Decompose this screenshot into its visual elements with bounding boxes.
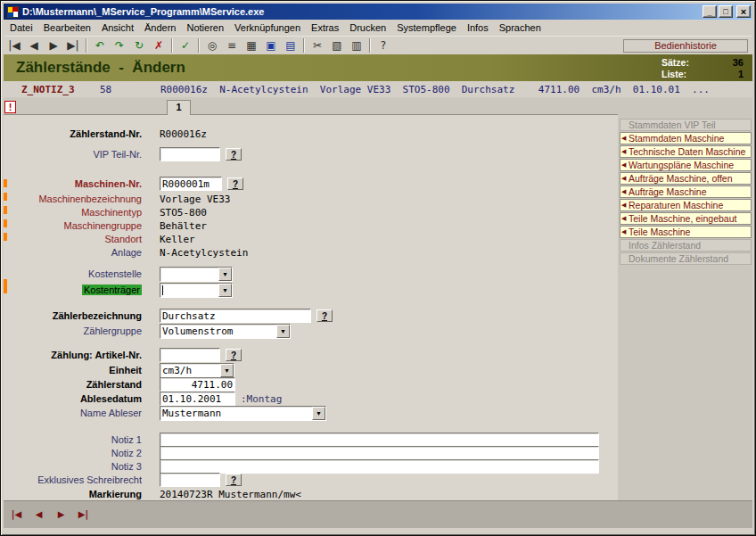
grid-view-button[interactable]: ▦: [242, 37, 261, 54]
field-label: Notiz 3: [4, 461, 142, 472]
notiz3-input[interactable]: [160, 459, 599, 474]
paste-icon: ▥: [351, 39, 361, 52]
sidebar-item-auftraege-maschine-offen[interactable]: ◀ Aufträge Maschine, offen: [620, 172, 752, 185]
bottom-nav-last-button[interactable]: ▶|: [73, 506, 94, 523]
field-label: Anlage: [4, 247, 142, 258]
exklusives-schreibrecht-input[interactable]: [160, 473, 220, 487]
sidebar-item-auftraege-maschine[interactable]: ◀ Aufträge Maschine: [620, 186, 752, 198]
nav-first-button[interactable]: |◀: [4, 37, 24, 54]
field-row-zaehlerstand-nr: Zählerstand-Nr. R000016z: [4, 127, 618, 141]
zaehlergruppe-select[interactable]: Volumenstrom ▼: [160, 324, 291, 339]
list-view-button[interactable]: ≡: [222, 37, 242, 54]
undo-button[interactable]: ↶: [90, 37, 110, 54]
saetze-label: Sätze:: [662, 57, 689, 68]
nav-first-icon: |◀: [8, 39, 20, 52]
form-panel: Zählerstand-Nr. R000016z VIP Teil-Nr. ? …: [4, 114, 618, 500]
scissors-icon: ✂: [313, 39, 322, 52]
search-button[interactable]: ◎: [202, 37, 222, 54]
copy-icon: ▧: [332, 39, 341, 52]
redo-button[interactable]: ↷: [110, 37, 129, 54]
field-label: Zählergruppe: [4, 326, 142, 336]
field-label: Maschinengruppe: [4, 220, 142, 231]
zaehlerbezeichnung-input[interactable]: [160, 309, 311, 323]
minimize-button[interactable]: _: [703, 5, 717, 18]
sidebar-item-reparaturen-maschine[interactable]: ◀ Reparaturen Maschine: [620, 199, 752, 211]
menu-aendern[interactable]: Ändern: [139, 21, 181, 34]
einheit-select[interactable]: cm3/h ▼: [160, 363, 234, 378]
sidebar-item-dokumente-zaehlerstand: Dokumente Zählerstand: [620, 252, 752, 265]
field-label: Maschinentyp: [4, 207, 142, 218]
zaehlerbezeichnung-help-button[interactable]: ?: [316, 309, 333, 322]
vip-teil-nr-input[interactable]: [160, 147, 220, 161]
nav-last-button[interactable]: ▶|: [63, 37, 83, 54]
kostentraeger-select[interactable]: ▼: [160, 283, 233, 298]
maschinenbezeichnung-value: Vorlage VE33: [160, 194, 230, 205]
notiz1-input[interactable]: [160, 433, 599, 447]
menu-verknuepfungen[interactable]: Verknüpfungen: [229, 21, 306, 34]
copy-button[interactable]: ▧: [327, 37, 347, 54]
menu-bearbeiten[interactable]: Bearbeiten: [38, 21, 96, 34]
exklusives-schreibrecht-help-button[interactable]: ?: [226, 474, 242, 486]
maschinen-nr-input[interactable]: [160, 177, 222, 191]
paste-button[interactable]: ▥: [347, 37, 366, 54]
bottom-nav-next-button[interactable]: ▶: [51, 506, 71, 523]
menu-systempflege[interactable]: Systempflege: [391, 21, 462, 34]
field-label: Exklusives Schreibrecht: [4, 474, 142, 485]
sidebar-item-teile-maschine-eingebaut[interactable]: ◀ Teile Maschine, eingebaut: [620, 212, 752, 225]
field-row-exklusives-schreibrecht: Exklusives Schreibrecht ?: [4, 473, 618, 487]
toolbar-separator: [198, 38, 200, 53]
menu-notieren[interactable]: Notieren: [181, 21, 229, 34]
report-view-button[interactable]: ▤: [281, 37, 300, 54]
ablesedatum-input[interactable]: [160, 392, 235, 406]
field-row-zaehlergruppe: Zählergruppe Volumenstrom ▼: [4, 324, 618, 338]
maschinengruppe-value: Behälter: [160, 220, 207, 232]
menu-ansicht[interactable]: Ansicht: [96, 21, 139, 34]
redo-icon: ↷: [115, 39, 124, 52]
list-icon: ≡: [227, 39, 236, 52]
close-button[interactable]: ×: [736, 5, 751, 18]
menu-drucken[interactable]: Drucken: [344, 21, 391, 34]
menu-bar: Datei Bearbeiten Ansicht Ändern Notieren…: [4, 21, 752, 35]
zaehlerstand-input[interactable]: [160, 377, 235, 392]
nav-prev-icon: ◀: [36, 509, 43, 519]
vip-teil-nr-help-button[interactable]: ?: [226, 148, 242, 161]
tab-1[interactable]: 1: [167, 100, 191, 115]
sidebar-item-teile-maschine[interactable]: ◀ Teile Maschine: [620, 226, 752, 238]
nav-prev-button[interactable]: ◀: [24, 37, 44, 54]
bedienhistorie-button[interactable]: Bedienhistorie: [623, 39, 748, 53]
name-ableser-select[interactable]: Mustermann ▼: [160, 406, 326, 421]
maschinen-nr-help-button[interactable]: ?: [227, 177, 243, 190]
sidebar-item-wartungsplaene-maschine[interactable]: ◀ Wartungspläne Maschine: [620, 159, 752, 171]
zaehlung-artikel-nr-input[interactable]: [160, 348, 220, 362]
window-view-button[interactable]: ▣: [261, 37, 281, 54]
sidebar-item-stammdaten-maschine[interactable]: ◀ Stammdaten Maschine: [620, 132, 752, 144]
maximize-button[interactable]: □: [719, 5, 733, 18]
menu-infos[interactable]: Infos: [462, 21, 494, 34]
field-row-name-ableser: Name Ableser Mustermann ▼: [4, 406, 618, 420]
help-button[interactable]: ?: [374, 37, 393, 54]
bottom-bar: |◀ ◀ ▶ ▶|: [4, 500, 752, 528]
menu-datei[interactable]: Datei: [4, 21, 38, 34]
refresh-button[interactable]: ↻: [129, 37, 149, 54]
menu-extras[interactable]: Extras: [306, 21, 344, 34]
cut-button[interactable]: ✂: [308, 37, 327, 54]
field-label: Ablesedatum: [4, 393, 142, 404]
confirm-button[interactable]: ✓: [176, 37, 195, 54]
nav-next-button[interactable]: ▶: [44, 37, 63, 54]
field-label: Einheit: [4, 365, 142, 375]
field-label: Notiz 1: [4, 434, 142, 445]
nav-first-icon: |◀: [12, 509, 21, 519]
arrow-left-icon: ◀: [621, 215, 626, 222]
zaehlung-artikel-nr-help-button[interactable]: ?: [226, 349, 242, 361]
report-icon: ▤: [285, 39, 295, 52]
cancel-button[interactable]: ✗: [149, 37, 168, 54]
bottom-nav-first-button[interactable]: |◀: [6, 506, 27, 523]
kostenstelle-select[interactable]: ▼: [160, 267, 233, 282]
bottom-nav-prev-button[interactable]: ◀: [29, 506, 49, 523]
field-label: Markierung: [4, 489, 142, 499]
notiz2-input[interactable]: [160, 446, 599, 460]
sidebar-item-stammdaten-vip-teil: Stammdaten VIP Teil: [620, 119, 752, 131]
sidebar-item-technische-daten-maschine[interactable]: ◀ Technische Daten Maschine: [620, 145, 752, 158]
toolbar-separator: [86, 38, 87, 53]
menu-sprachen[interactable]: Sprachen: [494, 21, 546, 34]
